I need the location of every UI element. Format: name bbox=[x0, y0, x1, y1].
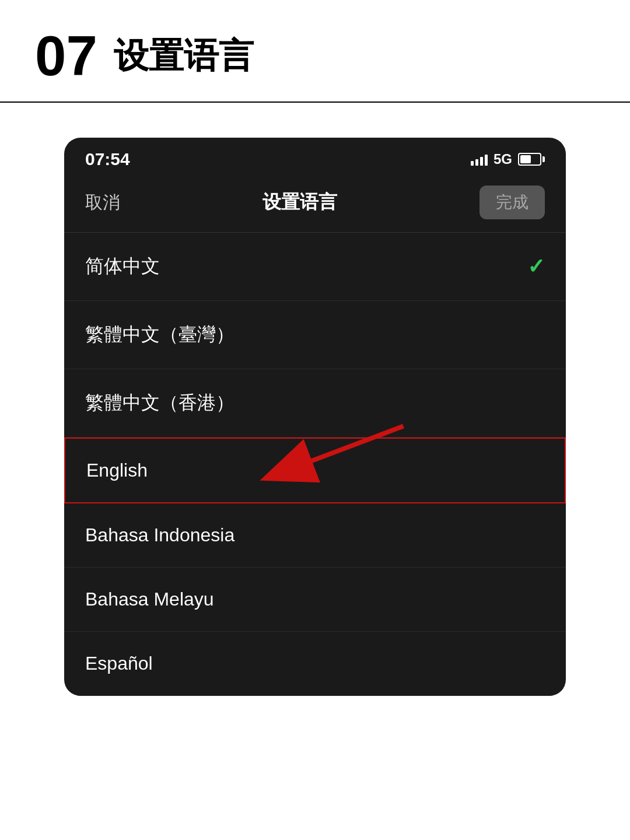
language-item-traditional-chinese-hongkong[interactable]: 繁體中文（香港） bbox=[64, 369, 566, 438]
step-title: 设置语言 bbox=[114, 33, 254, 80]
nav-title: 设置语言 bbox=[262, 190, 337, 215]
phone-area: 07:54 5G 取消 设置语言 bbox=[0, 103, 630, 696]
phone-wrapper: 07:54 5G 取消 设置语言 bbox=[64, 138, 566, 696]
status-icons: 5G bbox=[471, 151, 545, 167]
language-name: 繁體中文（香港） bbox=[85, 390, 235, 416]
network-indicator: 5G bbox=[494, 151, 512, 167]
step-number: 07 bbox=[35, 28, 97, 84]
nav-bar: 取消 设置语言 完成 bbox=[64, 175, 566, 233]
done-button[interactable]: 完成 bbox=[480, 186, 545, 219]
language-name: 繁體中文（臺灣） bbox=[85, 322, 235, 348]
cancel-button[interactable]: 取消 bbox=[85, 191, 120, 215]
language-name: Bahasa Indonesia bbox=[85, 524, 235, 546]
language-name: English bbox=[86, 460, 148, 481]
language-name: 简体中文 bbox=[85, 254, 160, 279]
language-item-espanol[interactable]: Español bbox=[64, 632, 566, 696]
language-item-simplified-chinese[interactable]: 简体中文 ✓ bbox=[64, 233, 566, 301]
language-list: 简体中文 ✓ 繁體中文（臺灣） 繁體中文（香港） English Bahas bbox=[64, 233, 566, 696]
battery-icon bbox=[518, 153, 545, 166]
selected-checkmark-icon: ✓ bbox=[527, 254, 545, 279]
language-item-traditional-chinese-taiwan[interactable]: 繁體中文（臺灣） bbox=[64, 301, 566, 369]
language-name: Español bbox=[85, 653, 153, 674]
instruction-header: 07 设置语言 bbox=[0, 0, 630, 103]
language-name: Bahasa Melayu bbox=[85, 589, 214, 610]
language-item-bahasa-indonesia[interactable]: Bahasa Indonesia bbox=[64, 503, 566, 568]
language-item-bahasa-melayu[interactable]: Bahasa Melayu bbox=[64, 568, 566, 632]
status-bar: 07:54 5G bbox=[64, 138, 566, 175]
status-time: 07:54 bbox=[85, 149, 130, 169]
phone-screen: 07:54 5G 取消 设置语言 bbox=[64, 138, 566, 696]
language-item-english[interactable]: English bbox=[64, 438, 566, 503]
signal-bars-icon bbox=[471, 153, 488, 166]
